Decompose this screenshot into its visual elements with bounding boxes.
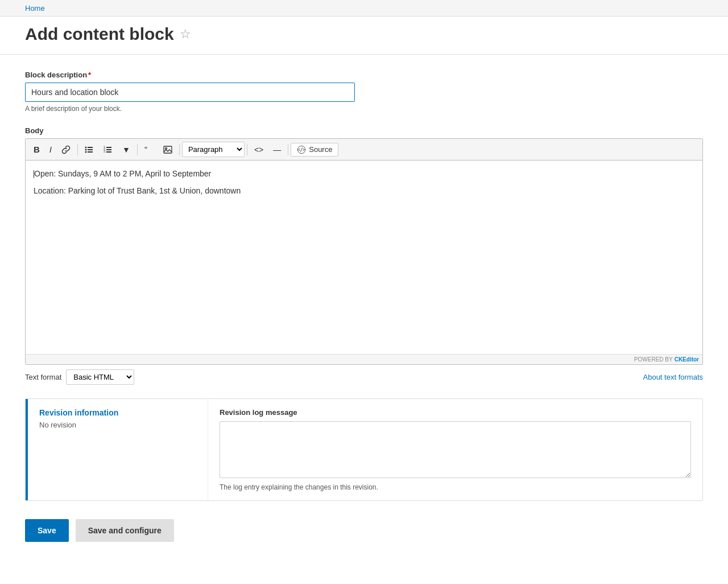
code-button[interactable]: <> [250, 143, 268, 157]
image-icon [163, 145, 172, 154]
block-description-input[interactable] [25, 83, 355, 102]
rich-text-editor: B I [25, 138, 703, 365]
svg-rect-1 [88, 147, 93, 148]
main-content: Block description* A brief description o… [0, 55, 728, 565]
svg-rect-3 [88, 149, 93, 150]
toolbar-divider-3 [179, 144, 180, 155]
page-title: Add content block [25, 24, 174, 44]
revision-right-panel: Revision log message The log entry expla… [208, 399, 702, 500]
text-format-label: Text format [25, 373, 61, 381]
toolbar-divider-2 [137, 144, 138, 155]
svg-rect-5 [88, 151, 93, 153]
source-icon [297, 145, 306, 154]
svg-text:3.: 3. [104, 150, 106, 153]
svg-rect-7 [106, 147, 111, 148]
required-indicator: * [88, 71, 91, 79]
svg-point-0 [85, 146, 87, 148]
text-format-left: Text format Basic HTML Full HTML Plain t… [25, 369, 134, 385]
toolbar-divider-5 [288, 144, 288, 155]
revision-information-toggle[interactable]: Revision information [39, 408, 196, 417]
bullet-list-icon [85, 145, 94, 154]
svg-rect-13 [164, 146, 172, 153]
svg-rect-9 [106, 149, 111, 150]
numbered-list-button[interactable]: 1. 2. 3. [99, 143, 117, 157]
action-buttons: Save Save and configure [25, 519, 703, 542]
body-label: Body [25, 126, 703, 135]
block-description-hint: A brief description of your block. [25, 105, 703, 113]
source-button[interactable]: Source [291, 143, 338, 157]
numbered-list-icon: 1. 2. 3. [104, 145, 113, 154]
page-wrapper: Home Add content block ☆ Block descripti… [0, 0, 728, 584]
numbered-list-expand-button[interactable]: ▼ [118, 143, 135, 157]
block-description-field: Block description* A brief description o… [25, 71, 703, 113]
ckeditor-badge: POWERED BY CKEditor [634, 356, 699, 363]
breadcrumb: Home [0, 0, 728, 17]
revision-log-textarea[interactable] [220, 421, 691, 478]
revision-section: Revision information No revision Revisio… [25, 398, 703, 501]
svg-rect-11 [106, 151, 111, 153]
editor-line-2: Location: Parking lot of Trust Bank, 1st… [34, 184, 694, 197]
svg-point-2 [85, 149, 87, 150]
source-button-label: Source [309, 145, 332, 154]
svg-text:": " [144, 145, 147, 154]
body-section: Body B I [25, 126, 703, 385]
toolbar-divider-1 [77, 144, 78, 155]
powered-by-label: POWERED BY [634, 356, 673, 363]
block-description-label: Block description* [25, 71, 703, 79]
revision-left-panel: Revision information No revision [26, 399, 208, 500]
text-format-row: Text format Basic HTML Full HTML Plain t… [25, 369, 703, 385]
blockquote-icon: " [144, 145, 154, 154]
save-button[interactable]: Save [25, 519, 69, 542]
bullet-list-button[interactable] [80, 143, 98, 157]
editor-line-1: Open: Sundays, 9 AM to 2 PM, April to Se… [34, 167, 694, 180]
page-header: Add content block ☆ [0, 17, 728, 55]
svg-point-14 [165, 147, 167, 149]
link-button[interactable] [57, 143, 75, 157]
image-button[interactable] [159, 143, 177, 157]
paragraph-format-select[interactable]: Paragraph Heading 1 Heading 2 Heading 3 [182, 142, 245, 157]
text-format-select[interactable]: Basic HTML Full HTML Plain text [66, 369, 134, 385]
revision-log-hint: The log entry explaining the changes in … [220, 483, 691, 491]
hr-button[interactable]: — [268, 143, 286, 157]
toolbar-divider-4 [247, 144, 247, 155]
editor-toolbar: B I [26, 139, 702, 161]
revision-status: No revision [39, 421, 196, 429]
about-text-formats-link[interactable]: About text formats [643, 373, 704, 381]
link-icon [61, 145, 71, 154]
favorite-star-icon[interactable]: ☆ [180, 27, 191, 42]
revision-log-label: Revision log message [220, 408, 691, 417]
ckeditor-powered-bar: POWERED BY CKEditor [26, 354, 702, 364]
ckeditor-logo: CKEditor [675, 356, 699, 363]
svg-point-4 [85, 151, 87, 153]
bold-button[interactable]: B [29, 142, 44, 157]
italic-button[interactable]: I [45, 142, 56, 157]
breadcrumb-home-link[interactable]: Home [25, 4, 45, 13]
editor-content-area[interactable]: Open: Sundays, 9 AM to 2 PM, April to Se… [26, 161, 702, 354]
save-and-configure-button[interactable]: Save and configure [76, 519, 174, 542]
blockquote-button[interactable]: " [140, 143, 158, 157]
